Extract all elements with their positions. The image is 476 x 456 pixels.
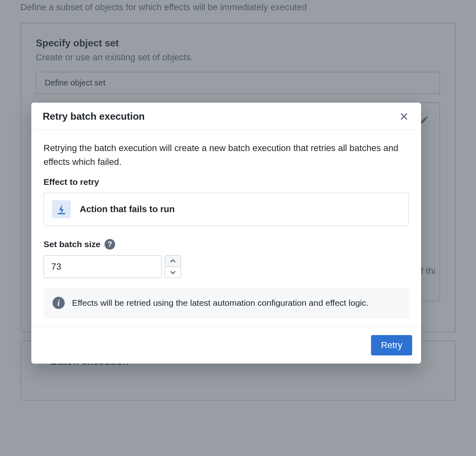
- effect-to-retry-label: Effect to retry: [44, 177, 409, 187]
- batch-size-control: [44, 255, 409, 278]
- info-text: Effects will be retried using the latest…: [72, 296, 369, 310]
- chevron-up-icon: [170, 259, 176, 263]
- retry-button[interactable]: Retry: [371, 335, 412, 355]
- close-button[interactable]: [398, 111, 410, 122]
- help-icon[interactable]: ?: [105, 239, 115, 250]
- info-callout: i Effects will be retried using the late…: [44, 288, 409, 318]
- svg-rect-2: [58, 213, 66, 215]
- stepper-down-button[interactable]: [165, 267, 181, 278]
- modal-footer: Retry: [31, 327, 421, 364]
- action-icon: [52, 200, 71, 218]
- modal-title: Retry batch execution: [43, 111, 145, 122]
- set-batch-size-label: Set batch size ?: [44, 239, 409, 250]
- retry-batch-execution-modal: Retry batch execution Retrying the batch…: [31, 103, 421, 364]
- batch-size-input[interactable]: [44, 255, 162, 278]
- modal-header: Retry batch execution: [31, 103, 421, 130]
- info-icon: i: [52, 297, 65, 309]
- effect-card: Action that fails to run: [44, 193, 409, 226]
- chevron-down-icon: [170, 270, 176, 275]
- stepper-up-button[interactable]: [165, 255, 181, 267]
- close-icon: [400, 112, 408, 121]
- effect-name: Action that fails to run: [80, 204, 175, 215]
- batch-size-stepper: [165, 255, 181, 278]
- modal-body: Retrying the batch execution will create…: [31, 130, 421, 327]
- modal-description: Retrying the batch execution will create…: [44, 141, 409, 169]
